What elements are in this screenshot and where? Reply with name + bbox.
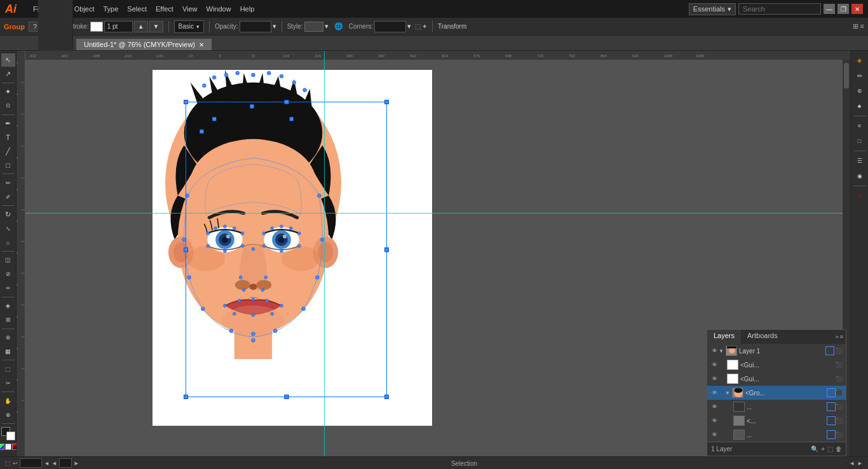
layer-eye-3[interactable]: 👁 (710, 374, 719, 383)
page-prev-btn[interactable]: ◄ (51, 460, 57, 466)
vscroll-thumb[interactable] (844, 63, 849, 88)
tool-graph[interactable]: ▦ (1, 344, 15, 358)
tool-direct-select[interactable]: ↗ (1, 67, 15, 81)
brush-style[interactable]: Basic ▾ (174, 20, 204, 33)
none-icon[interactable] (5, 444, 11, 450)
layer-eye-6[interactable]: 👁 (710, 416, 719, 425)
layer-eye-4[interactable]: 👁 (710, 388, 719, 397)
tool-pencil[interactable]: ✐ (1, 190, 15, 203)
tool-gradient[interactable]: ◫ (1, 254, 15, 267)
layer-vis-2[interactable]: ⬛ (836, 362, 843, 368)
layers-tab-layers[interactable]: Layers (707, 330, 741, 344)
layer-vis-4[interactable]: ⬛ (836, 390, 843, 396)
status-arrow-left[interactable]: ◄ (849, 460, 855, 466)
tool-warp[interactable]: ⌂ (1, 236, 15, 249)
layer-row-2[interactable]: 👁 <Gui... ⬛ (707, 358, 846, 372)
layer-eye-1[interactable]: 👁 (710, 346, 719, 355)
close-button[interactable]: ✕ (851, 4, 863, 14)
layer-eye-5[interactable]: 👁 (710, 402, 719, 411)
zoom-down-btn[interactable]: ◄ (44, 460, 50, 466)
layer-eye-2[interactable]: 👁 (710, 360, 719, 369)
style-swatch[interactable] (304, 22, 323, 32)
tool-slice[interactable]: ✂ (1, 376, 15, 390)
tool-transform[interactable]: ⊞ (1, 313, 15, 327)
layer-vis-6[interactable]: ⬛ (836, 418, 843, 424)
corners-input[interactable] (374, 21, 406, 32)
layer-arrow-4[interactable]: ▼ (725, 390, 730, 396)
layers-trash-icon[interactable]: 🗑 (836, 445, 842, 452)
layer-vis-3[interactable]: ⬛ (836, 376, 843, 382)
layers-menu-icon[interactable]: ≡ (840, 334, 843, 340)
layers-pages-icon[interactable]: ⬚ (827, 445, 833, 452)
layers-expand-icon[interactable]: » (836, 334, 839, 340)
layers-add-icon[interactable]: + (821, 445, 825, 452)
layer-eye-7[interactable]: 👁 (710, 430, 719, 439)
layer-row-1[interactable]: 👁 ▼ Layer 1 ⬛ (707, 344, 846, 358)
stroke-color[interactable] (90, 22, 103, 32)
rpanel-adobe[interactable]: Ai (853, 189, 867, 203)
layer-vis-1[interactable]: ⬛ (836, 348, 843, 354)
menu-object[interactable]: Object (71, 4, 98, 14)
rpanel-color[interactable]: ◈ (853, 53, 867, 67)
zoom-input[interactable]: 76% (20, 458, 42, 468)
layer-row-4[interactable]: 👁 ▼ <Gro... ⬛ (707, 386, 846, 400)
tool-zoom[interactable]: ⊕ (1, 408, 15, 421)
tool-live-paint[interactable]: ◈ (1, 299, 15, 313)
stroke-indicator[interactable] (6, 432, 15, 440)
tool-pen[interactable]: ✒ (1, 117, 15, 130)
rpanel-align[interactable]: ≡ (853, 119, 867, 133)
menu-help[interactable]: Help (236, 4, 259, 14)
tab-close-btn[interactable]: ✕ (199, 41, 204, 48)
handle-mr[interactable] (384, 247, 389, 252)
transform-label[interactable]: Transform (438, 23, 466, 30)
stroke-down-btn[interactable]: ▼ (149, 21, 163, 32)
minimize-button[interactable]: — (824, 4, 835, 14)
opacity-input[interactable]: 100% (240, 21, 271, 32)
layer-arrow-1[interactable]: ▼ (719, 348, 724, 354)
handle-br[interactable] (384, 395, 389, 399)
rpanel-transform-panel[interactable]: □ (853, 134, 867, 148)
tool-magic-wand[interactable]: ✦ (1, 85, 15, 99)
globe-icon[interactable]: 🌐 (332, 20, 345, 33)
handle-bm[interactable] (284, 395, 288, 399)
tool-rotate[interactable]: ↻ (1, 208, 15, 221)
tool-hand[interactable]: ✋ (1, 394, 15, 407)
tool-rect[interactable]: □ (1, 158, 15, 172)
layer-row-7[interactable]: 👁 ... ⬛ (707, 428, 846, 442)
handle-bl[interactable] (184, 395, 188, 399)
layer-vis-5[interactable]: ⬛ (836, 404, 843, 410)
handle-tr[interactable] (384, 100, 389, 104)
arrange-icon[interactable]: ≡ (860, 22, 864, 31)
layer-row-6[interactable]: 👁 <... ⬛ (707, 414, 846, 428)
align-icon[interactable]: ⊞ (853, 22, 858, 31)
menu-select[interactable]: Select (123, 4, 151, 14)
layers-tab-artboards[interactable]: Artboards (741, 330, 784, 344)
layer-row-5[interactable]: 👁 ... ⬛ (707, 400, 846, 414)
rpanel-graphic[interactable]: ♣ (853, 99, 867, 113)
rpanel-layers[interactable]: ☰ (853, 154, 867, 168)
layer-vis-7[interactable]: ⬛ (836, 432, 843, 438)
status-icon-1[interactable]: ⬚ (5, 460, 11, 466)
search-input[interactable] (738, 3, 821, 15)
rpanel-brush[interactable]: ✏ (853, 69, 867, 83)
page-next-btn[interactable]: ► (74, 460, 79, 466)
menu-view[interactable]: View (179, 4, 201, 14)
stroke-up-btn[interactable]: ▲ (134, 21, 148, 32)
essentials-dropdown[interactable]: Essentials ▾ (689, 3, 736, 15)
rpanel-appearance[interactable]: ◉ (853, 169, 867, 183)
menu-effect[interactable]: Effect (152, 4, 177, 14)
tool-symbol[interactable]: ⊛ (1, 331, 15, 344)
color-icon[interactable] (0, 444, 4, 450)
layer-row-3[interactable]: 👁 <Gui... ⬛ (707, 372, 846, 386)
stroke-width-input[interactable] (104, 21, 133, 32)
layers-search-icon[interactable]: 🔍 (811, 445, 818, 452)
status-arrow-right[interactable]: ► (857, 460, 863, 466)
tool-brush[interactable]: ✏ (1, 176, 15, 189)
tool-line[interactable]: ╱ (1, 145, 15, 158)
document-tab[interactable]: Untitled-1* @ 76% (CMYK/Preview) ✕ (76, 39, 212, 50)
status-icon-2[interactable]: ↩ (13, 460, 18, 466)
rpanel-symbols[interactable]: ⊛ (853, 84, 867, 98)
tool-eyedropper[interactable]: ⊘ (1, 268, 15, 281)
menu-window[interactable]: Window (203, 4, 235, 14)
transform-icon-group[interactable]: ⬚ ✦ (415, 23, 427, 30)
